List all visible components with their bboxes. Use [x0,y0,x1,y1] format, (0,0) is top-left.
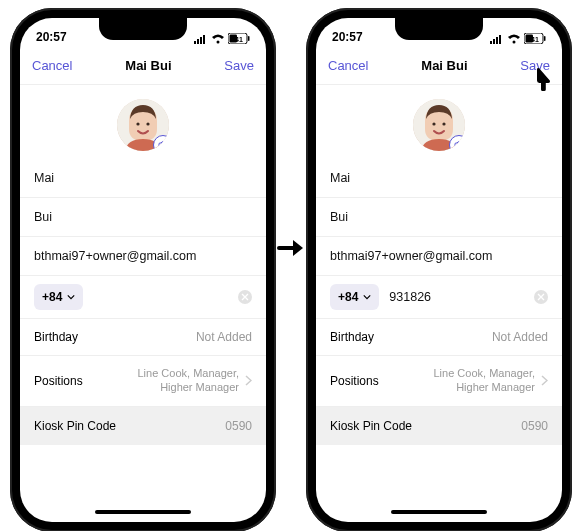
svg-point-4 [217,40,220,43]
svg-rect-22 [544,36,546,41]
svg-point-28 [457,144,460,147]
dial-code-picker[interactable]: +84 [330,284,379,310]
birthday-label: Birthday [330,330,374,344]
phone-row: +84 [20,276,266,319]
svg-rect-18 [499,35,501,44]
battery-icon: 41 [228,33,250,44]
positions-row[interactable]: Positions Line Cook, Manager, Higher Man… [20,356,266,407]
notch [99,18,187,40]
nav-bar: Cancel Mai Bui Save [316,46,562,85]
last-name-field[interactable]: Bui [316,198,562,237]
home-indicator [391,510,487,514]
phone-input[interactable]: 931826 [389,290,524,304]
svg-text:41: 41 [235,36,243,43]
email-field[interactable]: bthmai97+owner@gmail.com [316,237,562,276]
page-title: Mai Bui [421,58,467,73]
signal-icon [490,34,504,44]
phone-row: +84 931826 [316,276,562,319]
dial-code-picker[interactable]: +84 [34,284,83,310]
wifi-icon [211,34,225,44]
phone-right: 20:57 41 Cancel Mai Bui Save [306,8,572,531]
svg-rect-2 [200,37,202,44]
status-time: 20:57 [332,30,363,44]
positions-label: Positions [34,374,83,388]
chevron-down-icon [67,293,75,301]
nav-bar: Cancel Mai Bui Save [20,46,266,85]
kiosk-row: Kiosk Pin Code 0590 [20,407,266,445]
email-field[interactable]: bthmai97+owner@gmail.com [20,237,266,276]
svg-text:41: 41 [531,36,539,43]
svg-point-25 [432,122,435,125]
clear-icon[interactable] [534,290,548,304]
svg-point-10 [136,122,139,125]
clear-icon[interactable] [238,290,252,304]
dial-code-value: +84 [338,290,358,304]
status-time: 20:57 [36,30,67,44]
dial-code-value: +84 [42,290,62,304]
svg-point-11 [146,122,149,125]
cancel-button[interactable]: Cancel [328,58,368,73]
first-name-field[interactable]: Mai [20,159,266,198]
birthday-label: Birthday [34,330,78,344]
kiosk-value: 0590 [521,419,548,433]
kiosk-value: 0590 [225,419,252,433]
positions-label: Positions [330,374,379,388]
chevron-right-icon [541,375,548,386]
wifi-icon [507,34,521,44]
kiosk-label: Kiosk Pin Code [330,419,412,433]
kiosk-row: Kiosk Pin Code 0590 [316,407,562,445]
page-title: Mai Bui [125,58,171,73]
avatar[interactable] [117,99,169,151]
birthday-value: Not Added [196,330,252,344]
birthday-row[interactable]: Birthday Not Added [316,319,562,356]
cursor-icon [529,67,553,91]
svg-rect-1 [197,39,199,44]
home-indicator [95,510,191,514]
birthday-value: Not Added [492,330,548,344]
camera-icon[interactable] [449,135,465,151]
positions-value: Line Cook, Manager, Higher Manager [405,367,535,395]
notch [395,18,483,40]
transition-arrow [276,8,306,488]
first-name-field[interactable]: Mai [316,159,562,198]
kiosk-label: Kiosk Pin Code [34,419,116,433]
positions-row[interactable]: Positions Line Cook, Manager, Higher Man… [316,356,562,407]
svg-point-26 [442,122,445,125]
battery-icon: 41 [524,33,546,44]
phone-left: 20:57 41 Cancel Mai Bui Save [10,8,276,531]
svg-point-19 [513,40,516,43]
arrow-right-icon [276,233,306,263]
last-name-field[interactable]: Bui [20,198,266,237]
svg-rect-17 [496,37,498,44]
svg-rect-12 [159,143,167,149]
svg-rect-7 [248,36,250,41]
signal-icon [194,34,208,44]
chevron-down-icon [363,293,371,301]
avatar[interactable] [413,99,465,151]
save-button[interactable]: Save [224,58,254,73]
cancel-button[interactable]: Cancel [32,58,72,73]
svg-rect-0 [194,41,196,44]
svg-rect-27 [455,143,463,149]
svg-rect-16 [493,39,495,44]
positions-value: Line Cook, Manager, Higher Manager [109,367,239,395]
svg-rect-15 [490,41,492,44]
chevron-right-icon [245,375,252,386]
svg-point-13 [161,144,164,147]
camera-icon[interactable] [153,135,169,151]
birthday-row[interactable]: Birthday Not Added [20,319,266,356]
svg-rect-3 [203,35,205,44]
